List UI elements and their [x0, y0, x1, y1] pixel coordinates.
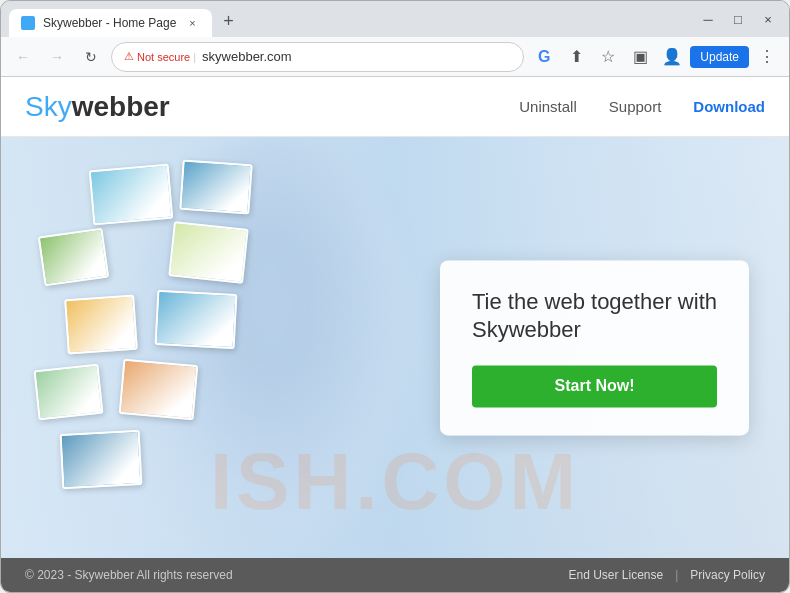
- active-tab[interactable]: Skywebber - Home Page ×: [9, 9, 212, 37]
- photo-item-0: [89, 164, 173, 226]
- cta-headline-line1: Tie the web together with: [472, 289, 717, 314]
- photo-item-3: [168, 221, 248, 284]
- back-button[interactable]: ←: [9, 43, 37, 71]
- google-icon[interactable]: G: [530, 43, 558, 71]
- tab-favicon: [21, 16, 35, 30]
- security-label: Not secure: [137, 51, 190, 63]
- logo-sky: Sky: [25, 91, 72, 122]
- profile-icon[interactable]: 👤: [658, 43, 686, 71]
- minimize-button[interactable]: ─: [695, 9, 721, 29]
- cta-headline-line2: Skywebber: [472, 318, 581, 343]
- cta-headline: Tie the web together with Skywebber: [472, 288, 717, 345]
- site-header: Skywebber Uninstall Support Download: [1, 77, 789, 137]
- security-indicator: ⚠ Not secure |: [124, 50, 196, 63]
- tab-close-button[interactable]: ×: [184, 15, 200, 31]
- address-bar: ← → ↻ ⚠ Not secure | skywebber.com G ⬆ ☆…: [1, 37, 789, 77]
- url-separator: |: [193, 51, 196, 63]
- browser-menu-button[interactable]: ⋮: [753, 43, 781, 71]
- photo-item-2: [38, 228, 109, 287]
- browser-window: Skywebber - Home Page × + ─ □ × ← → ↻ ⚠ …: [0, 0, 790, 593]
- page-content: Skywebber Uninstall Support Download ISH…: [1, 77, 789, 592]
- maximize-button[interactable]: □: [725, 9, 751, 29]
- forward-button[interactable]: →: [43, 43, 71, 71]
- photo-item-1: [179, 160, 252, 215]
- tab-area: Skywebber - Home Page × +: [9, 1, 691, 37]
- photo-item-7: [119, 359, 199, 420]
- nav-support[interactable]: Support: [609, 98, 662, 115]
- footer-eula-link[interactable]: End User License: [568, 568, 663, 582]
- hero-section: ISH.COM Tie the web together with Skyweb…: [1, 137, 789, 558]
- photo-item-5: [155, 290, 238, 349]
- nav-download[interactable]: Download: [693, 98, 765, 115]
- footer-privacy-link[interactable]: Privacy Policy: [690, 568, 765, 582]
- photo-item-4: [64, 295, 138, 355]
- photo-item-8: [60, 430, 143, 489]
- url-bar[interactable]: ⚠ Not secure | skywebber.com: [111, 42, 524, 72]
- url-text: skywebber.com: [202, 49, 292, 64]
- update-button[interactable]: Update: [690, 46, 749, 68]
- tab-title: Skywebber - Home Page: [43, 16, 176, 30]
- address-actions: G ⬆ ☆ ▣ 👤 Update ⋮: [530, 43, 781, 71]
- new-tab-button[interactable]: +: [214, 7, 242, 35]
- start-now-button[interactable]: Start Now!: [472, 365, 717, 407]
- refresh-button[interactable]: ↻: [77, 43, 105, 71]
- cta-card: Tie the web together with Skywebber Star…: [440, 260, 749, 435]
- sidebar-icon[interactable]: ▣: [626, 43, 654, 71]
- share-icon[interactable]: ⬆: [562, 43, 590, 71]
- site-nav: Uninstall Support Download: [519, 98, 765, 115]
- title-bar: Skywebber - Home Page × + ─ □ ×: [1, 1, 789, 37]
- site-footer: © 2023 - Skywebber All rights reserved E…: [1, 558, 789, 592]
- footer-copyright: © 2023 - Skywebber All rights reserved: [25, 568, 233, 582]
- photo-collage: [11, 157, 291, 477]
- window-controls: ─ □ ×: [695, 9, 781, 29]
- security-icon: ⚠: [124, 50, 134, 63]
- site-logo: Skywebber: [25, 91, 170, 123]
- logo-webber: webber: [72, 91, 170, 122]
- photo-item-6: [34, 364, 104, 421]
- bookmark-icon[interactable]: ☆: [594, 43, 622, 71]
- footer-separator: |: [675, 568, 678, 582]
- close-button[interactable]: ×: [755, 9, 781, 29]
- nav-uninstall[interactable]: Uninstall: [519, 98, 577, 115]
- footer-links: End User License | Privacy Policy: [568, 568, 765, 582]
